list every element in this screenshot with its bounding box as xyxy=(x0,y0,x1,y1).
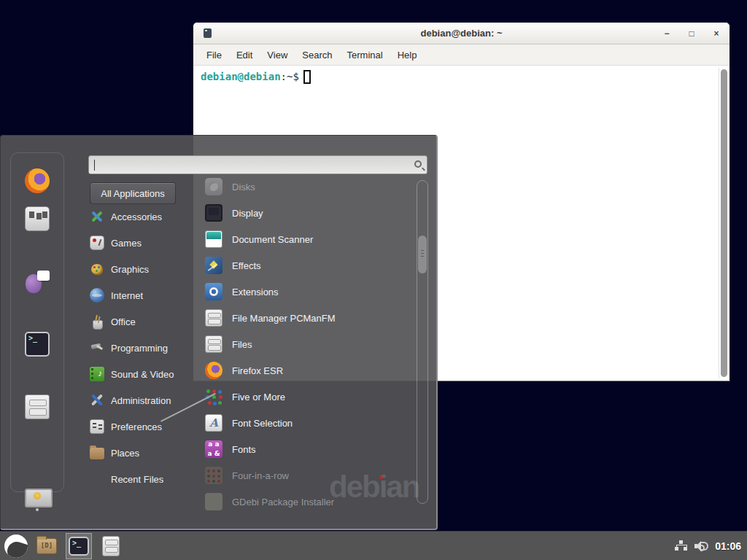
terminal-window-icon xyxy=(204,28,212,38)
category-internet[interactable]: Internet xyxy=(90,282,205,308)
taskbar-item-files[interactable] xyxy=(98,533,124,559)
lock-screen-icon[interactable] xyxy=(25,486,50,511)
search-icon xyxy=(414,160,422,168)
app-item-effects[interactable]: Effects xyxy=(205,252,414,279)
administration-icon xyxy=(90,393,104,408)
places-icon xyxy=(90,448,104,459)
app-label: Font Selection xyxy=(232,418,293,429)
document-scanner-icon xyxy=(205,230,222,248)
app-item-file-manager-pcmanfm[interactable]: File Manager PCManFM xyxy=(205,305,414,331)
category-preferences[interactable]: Preferences xyxy=(90,413,205,440)
category-label: Office xyxy=(111,316,136,327)
terminal-menu-view[interactable]: View xyxy=(260,50,295,61)
app-item-five-or-more[interactable]: Five or More xyxy=(205,384,414,410)
app-item-fonts[interactable]: Fonts xyxy=(205,436,414,462)
category-label: Sound & Video xyxy=(111,369,174,380)
app-list-scrollbar-track[interactable] xyxy=(417,180,428,504)
app-list-scrollbar-thumb[interactable] xyxy=(418,236,427,273)
taskbar-item-terminal[interactable] xyxy=(66,533,92,559)
disks-icon xyxy=(205,178,222,195)
terminal-menu-terminal[interactable]: Terminal xyxy=(340,50,390,61)
effects-icon xyxy=(205,257,222,274)
app-label: Fonts xyxy=(232,444,256,455)
app-item-firefox-esr[interactable]: Firefox ESR xyxy=(205,357,414,384)
preferences-icon xyxy=(90,419,104,434)
category-label: Recent Files xyxy=(111,474,163,485)
terminal-menu-edit[interactable]: Edit xyxy=(229,50,260,61)
prompt-suffix: :~$ xyxy=(281,71,299,82)
favorites-column xyxy=(10,152,64,492)
debian-watermark-dot xyxy=(379,475,383,479)
app-label: Files xyxy=(232,339,252,350)
terminal-menu-help[interactable]: Help xyxy=(390,50,425,61)
category-label: Graphics xyxy=(111,264,149,275)
category-accessories[interactable]: Accessories xyxy=(90,203,205,230)
clock[interactable]: 01:06 xyxy=(715,540,741,552)
category-label: Games xyxy=(111,238,142,249)
app-item-files[interactable]: Files xyxy=(205,331,414,357)
app-item-font-selection[interactable]: Font Selection xyxy=(205,410,414,436)
app-item-display[interactable]: Display xyxy=(205,200,414,226)
category-label: Internet xyxy=(111,290,143,301)
fonts-icon xyxy=(205,440,222,458)
prompt-user-host: debian@debian xyxy=(201,71,281,82)
debian-watermark: debian xyxy=(329,470,419,505)
terminal-icon[interactable] xyxy=(25,332,50,357)
app-label: Effects xyxy=(232,260,261,271)
category-label: Places xyxy=(111,448,139,459)
package-manager-icon[interactable] xyxy=(25,206,50,231)
four-in-a-row-icon xyxy=(205,467,222,484)
gdebi-icon xyxy=(205,493,222,510)
category-office[interactable]: Office xyxy=(90,308,205,335)
close-button[interactable]: × xyxy=(711,28,722,39)
app-label: Document Scanner xyxy=(232,234,313,245)
app-item-disks: Disks xyxy=(205,174,414,200)
firefox-icon[interactable] xyxy=(25,168,50,193)
terminal-menu-search[interactable]: Search xyxy=(295,50,339,61)
category-games[interactable]: Games xyxy=(90,230,205,256)
terminal-scrollbar-thumb[interactable] xyxy=(721,69,727,377)
category-administration[interactable]: Administration xyxy=(90,387,205,413)
all-applications-button[interactable]: All Applications xyxy=(90,182,176,204)
app-label: Display xyxy=(232,208,263,219)
window-controls: −□× xyxy=(661,23,722,44)
category-programming[interactable]: Programming xyxy=(90,335,205,361)
terminal-scrollbar[interactable] xyxy=(719,68,728,378)
app-label: Disks xyxy=(232,182,255,192)
app-label: Four-in-a-row xyxy=(232,470,289,481)
font-selection-icon xyxy=(205,414,222,432)
display-icon xyxy=(205,204,222,222)
network-icon[interactable] xyxy=(675,540,687,551)
app-label: Firefox ESR xyxy=(232,365,283,376)
folder-d-icon xyxy=(36,538,57,554)
category-label: Accessories xyxy=(111,211,162,222)
category-places[interactable]: Places xyxy=(90,440,205,466)
app-item-document-scanner[interactable]: Document Scanner xyxy=(205,226,414,252)
category-sound-video[interactable]: Sound & Video xyxy=(90,361,205,387)
terminal-menubar: FileEditViewSearchTerminalHelp xyxy=(193,44,729,66)
category-label: Programming xyxy=(111,343,168,354)
maximize-button[interactable]: □ xyxy=(686,28,697,39)
category-recent-files[interactable]: Recent Files xyxy=(90,466,205,492)
search-input[interactable] xyxy=(88,155,427,174)
internet-icon xyxy=(90,288,104,303)
terminal-menu-file[interactable]: File xyxy=(199,50,229,61)
accessories-icon xyxy=(90,209,104,224)
taskbar: 01:06 xyxy=(0,531,747,560)
app-label: Five or More xyxy=(232,392,285,402)
firefox-icon xyxy=(205,362,222,379)
menu-button[interactable] xyxy=(4,534,28,558)
search-caret xyxy=(94,160,95,171)
minimize-button[interactable]: − xyxy=(661,28,673,39)
taskbar-item-file-manager-desktop[interactable] xyxy=(34,533,60,559)
pidgin-icon[interactable] xyxy=(25,269,50,294)
graphics-icon xyxy=(90,262,104,276)
volume-icon[interactable] xyxy=(694,540,709,552)
app-item-extensions[interactable]: Extensions xyxy=(205,279,414,305)
terminal-titlebar[interactable]: debian@debian: ~ −□× xyxy=(193,23,729,44)
app-label: GDebi Package Installer xyxy=(232,497,334,508)
app-label: Extensions xyxy=(232,287,279,298)
cabinet-icon xyxy=(205,309,222,327)
file-manager-icon[interactable] xyxy=(25,394,50,419)
category-graphics[interactable]: Graphics xyxy=(90,256,205,282)
